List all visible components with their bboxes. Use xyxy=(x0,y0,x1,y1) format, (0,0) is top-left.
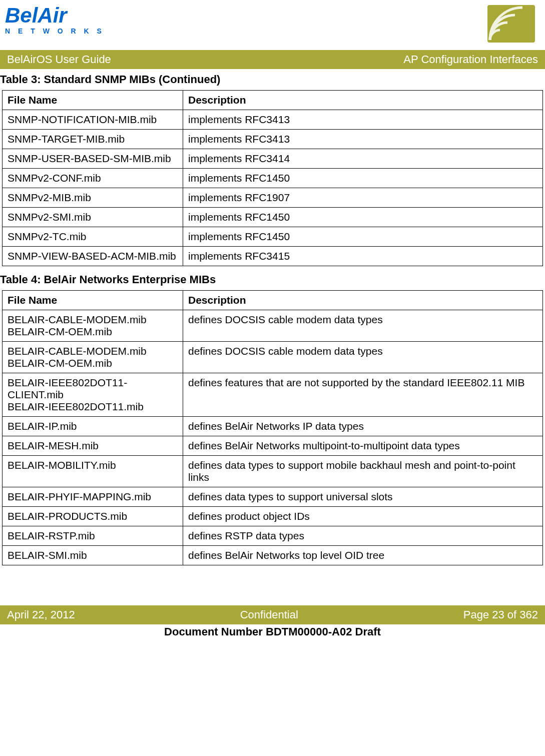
section-title: AP Configuration Interfaces xyxy=(403,53,538,66)
cell-desc: defines product object IDs xyxy=(183,507,543,526)
cell-file: SNMPv2-CONF.mib xyxy=(3,169,183,188)
cell-desc: implements RFC3415 xyxy=(183,247,543,266)
cell-file: BELAIR-PRODUCTS.mib xyxy=(3,507,183,526)
cell-file: BELAIR-RSTP.mib xyxy=(3,526,183,546)
cell-file: SNMP-NOTIFICATION-MIB.mib xyxy=(3,110,183,130)
table-row: BELAIR-RSTP.mibdefines RSTP data types xyxy=(3,526,543,546)
table-row: BELAIR-PRODUCTS.mibdefines product objec… xyxy=(3,507,543,526)
th-description: Description xyxy=(183,291,543,310)
logo-main-text: BelAir xyxy=(5,5,105,26)
cell-file: SNMP-TARGET-MIB.mib xyxy=(3,130,183,149)
table-row: SNMPv2-MIB.mibimplements RFC1907 xyxy=(3,188,543,208)
cell-desc: defines data types to support universal … xyxy=(183,487,543,507)
logo-sub-text: N E T W O R K S xyxy=(5,27,105,35)
footer-date: April 22, 2012 xyxy=(7,608,75,621)
cell-desc: implements RFC1450 xyxy=(183,227,543,247)
cell-file: BELAIR-PHYIF-MAPPING.mib xyxy=(3,487,183,507)
footer-bar: April 22, 2012 Confidential Page 23 of 3… xyxy=(0,605,545,624)
cell-desc: defines BelAir Networks multipoint-to-mu… xyxy=(183,436,543,456)
table-row: SNMP-TARGET-MIB.mibimplements RFC3413 xyxy=(3,130,543,149)
wireless-icon xyxy=(487,5,535,43)
cell-file: BELAIR-IEEE802DOT11-CLIENT.mibBELAIR-IEE… xyxy=(3,373,183,417)
cell-desc: defines DOCSIS cable modem data types xyxy=(183,342,543,373)
cell-file: SNMPv2-MIB.mib xyxy=(3,188,183,208)
cell-file: BELAIR-CABLE-MODEM.mibBELAIR-CM-OEM.mib xyxy=(3,342,183,373)
cell-file: BELAIR-CABLE-MODEM.mibBELAIR-CM-OEM.mib xyxy=(3,310,183,342)
footer-page: Page 23 of 362 xyxy=(463,608,538,621)
cell-desc: implements RFC1450 xyxy=(183,208,543,227)
table-row: BELAIR-MESH.mibdefines BelAir Networks m… xyxy=(3,436,543,456)
cell-desc: implements RFC1907 xyxy=(183,188,543,208)
cell-desc: defines DOCSIS cable modem data types xyxy=(183,310,543,342)
cell-file: BELAIR-MESH.mib xyxy=(3,436,183,456)
table-row: BELAIR-IEEE802DOT11-CLIENT.mibBELAIR-IEE… xyxy=(3,373,543,417)
table-row: BELAIR-SMI.mibdefines BelAir Networks to… xyxy=(3,546,543,565)
cell-desc: defines BelAir Networks IP data types xyxy=(183,417,543,436)
cell-file: SNMP-VIEW-BASED-ACM-MIB.mib xyxy=(3,247,183,266)
header: BelAir N E T W O R K S xyxy=(0,0,545,45)
cell-file: SNMPv2-SMI.mib xyxy=(3,208,183,227)
th-file-name: File Name xyxy=(3,291,183,310)
table-header-row: File Name Description xyxy=(3,291,543,310)
cell-file: BELAIR-SMI.mib xyxy=(3,546,183,565)
cell-desc: defines features that are not supported … xyxy=(183,373,543,417)
table-header-row: File Name Description xyxy=(3,91,543,110)
table4: File Name Description BELAIR-CABLE-MODEM… xyxy=(2,290,543,565)
cell-desc: implements RFC3413 xyxy=(183,110,543,130)
document-number: Document Number BDTM00000-A02 Draft xyxy=(0,624,545,639)
cell-desc: implements RFC1450 xyxy=(183,169,543,188)
cell-file: BELAIR-IP.mib xyxy=(3,417,183,436)
cell-desc: implements RFC3413 xyxy=(183,130,543,149)
cell-desc: defines data types to support mobile bac… xyxy=(183,456,543,487)
table-row: BELAIR-IP.mibdefines BelAir Networks IP … xyxy=(3,417,543,436)
table-row: BELAIR-PHYIF-MAPPING.mibdefines data typ… xyxy=(3,487,543,507)
company-logo: BelAir N E T W O R K S xyxy=(5,5,105,35)
th-description: Description xyxy=(183,91,543,110)
table3-caption: Table 3: Standard SNMP MIBs (Continued) xyxy=(0,73,545,86)
cell-file: SNMPv2-TC.mib xyxy=(3,227,183,247)
cell-desc: defines BelAir Networks top level OID tr… xyxy=(183,546,543,565)
table3: File Name Description SNMP-NOTIFICATION-… xyxy=(2,90,543,266)
footer-confidential: Confidential xyxy=(240,608,298,621)
table-row: SNMP-VIEW-BASED-ACM-MIB.mibimplements RF… xyxy=(3,247,543,266)
table-row: SNMP-USER-BASED-SM-MIB.mibimplements RFC… xyxy=(3,149,543,169)
title-bar: BelAirOS User Guide AP Configuration Int… xyxy=(0,50,545,69)
table-row: SNMPv2-SMI.mibimplements RFC1450 xyxy=(3,208,543,227)
guide-title: BelAirOS User Guide xyxy=(7,53,111,66)
cell-file: BELAIR-MOBILITY.mib xyxy=(3,456,183,487)
table-row: SNMPv2-CONF.mibimplements RFC1450 xyxy=(3,169,543,188)
cell-file: SNMP-USER-BASED-SM-MIB.mib xyxy=(3,149,183,169)
table-row: SNMP-NOTIFICATION-MIB.mibimplements RFC3… xyxy=(3,110,543,130)
th-file-name: File Name xyxy=(3,91,183,110)
table-row: SNMPv2-TC.mibimplements RFC1450 xyxy=(3,227,543,247)
table4-caption: Table 4: BelAir Networks Enterprise MIBs xyxy=(0,273,545,286)
table-row: BELAIR-CABLE-MODEM.mibBELAIR-CM-OEM.mibd… xyxy=(3,342,543,373)
table-row: BELAIR-MOBILITY.mibdefines data types to… xyxy=(3,456,543,487)
cell-desc: implements RFC3414 xyxy=(183,149,543,169)
table-row: BELAIR-CABLE-MODEM.mibBELAIR-CM-OEM.mibd… xyxy=(3,310,543,342)
cell-desc: defines RSTP data types xyxy=(183,526,543,546)
